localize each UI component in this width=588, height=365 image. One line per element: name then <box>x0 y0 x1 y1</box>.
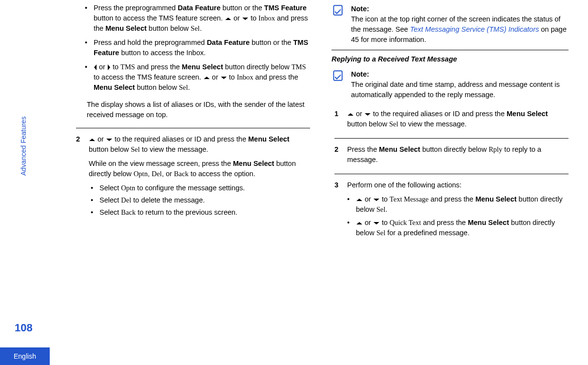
text: . <box>200 24 202 32</box>
divider <box>76 128 310 128</box>
text: Text Message <box>390 195 429 203</box>
paragraph: While on the view message screen, press … <box>89 159 310 179</box>
section-label: Advanced Features <box>19 117 28 176</box>
text: Menu Select <box>248 135 290 143</box>
up-arrow-icon <box>348 113 353 116</box>
text: to access the TMS feature screen. <box>94 73 203 81</box>
text: or <box>363 219 373 226</box>
text: button below <box>89 145 131 153</box>
step-body: Press the Menu Select button directly be… <box>347 144 568 165</box>
step-3: 3 Perform one of the following actions: … <box>332 176 568 246</box>
down-arrow-icon <box>242 18 248 20</box>
action-list: or to Text Message and press the Menu Se… <box>347 194 568 238</box>
up-arrow-icon <box>356 199 362 201</box>
text: Menu Select <box>94 83 135 91</box>
step-number: 2 <box>334 144 341 165</box>
page: Advanced Features 108 English Press the … <box>0 0 588 365</box>
text: . <box>188 83 190 91</box>
up-arrow-icon <box>225 18 231 20</box>
text: button to access the TMS feature screen. <box>94 14 225 22</box>
text: Sel <box>389 120 398 128</box>
divider <box>334 138 568 139</box>
text: to access the option. <box>189 170 255 178</box>
text: and press the <box>429 195 475 203</box>
text: Press and hold the preprogrammed <box>94 39 207 46</box>
list-item: Select Optn to configure the message set… <box>93 183 310 193</box>
step-2: 2 Press the Menu Select button directly … <box>332 141 568 170</box>
text: Back <box>121 208 136 216</box>
step-number: 3 <box>334 180 341 241</box>
text: Sel <box>376 205 386 213</box>
text: Menu Select <box>468 219 509 226</box>
list-item: Select Del to delete the message. <box>93 195 310 205</box>
text: or <box>354 110 364 118</box>
text: Quick Text <box>390 219 421 226</box>
text: Inbox <box>237 73 254 81</box>
note-icon <box>332 69 345 100</box>
cross-reference-link[interactable]: Text Messaging Service (TMS) Indicators <box>410 25 539 33</box>
note-body: Note: The icon at the top right corner o… <box>351 4 568 45</box>
text: to <box>227 73 237 81</box>
note-title: Note: <box>351 4 568 14</box>
text: Select <box>99 184 121 192</box>
text: button directly below <box>223 63 291 71</box>
list-item: or to TMS and press the Menu Select butt… <box>87 62 310 93</box>
right-arrow-icon <box>108 64 110 70</box>
text: or <box>363 195 373 203</box>
list-item: or to Quick Text and press the Menu Sele… <box>347 218 568 238</box>
text: Inbox <box>258 14 275 22</box>
step-body: Perform one of the following actions: or… <box>347 180 568 241</box>
text: Del <box>121 196 131 204</box>
step-number: 2 <box>76 134 83 220</box>
text: Data Feature <box>207 39 250 46</box>
note-block: Note: The original date and time stamp, … <box>332 69 568 100</box>
text: to the required aliases or ID and press … <box>371 110 507 118</box>
divider <box>334 174 568 174</box>
text: Menu Select <box>233 160 274 167</box>
text: to <box>249 14 258 22</box>
text: , <box>148 170 152 178</box>
text: or <box>96 135 106 143</box>
text: to <box>380 195 390 203</box>
text: Press the preprogrammed <box>94 4 177 12</box>
text: to return to the previous screen. <box>136 208 237 216</box>
step-body: or to the required aliases or ID and pre… <box>347 109 568 129</box>
text: Sel <box>376 229 386 237</box>
divider <box>332 50 568 50</box>
text: Sel <box>191 24 200 32</box>
text: Rply <box>489 145 502 153</box>
sidebar: Advanced Features 108 English <box>0 0 73 365</box>
text: and press the <box>421 219 468 226</box>
down-arrow-icon <box>373 222 379 224</box>
list-item: Press and hold the preprogrammed Data Fe… <box>87 38 310 58</box>
text: Optn <box>121 184 135 192</box>
text: Optn <box>134 170 148 178</box>
text: button or the <box>250 39 293 46</box>
text: to <box>380 219 390 226</box>
text: to view the message. <box>398 120 467 128</box>
text: button below <box>347 120 389 128</box>
text: Sel <box>179 83 188 91</box>
text: Select <box>99 208 121 216</box>
option-list: Select Optn to configure the message set… <box>89 183 310 218</box>
section-heading: Replying to a Received Text Message <box>332 54 568 64</box>
text: Del <box>152 170 162 178</box>
list-item: Press the preprogrammed Data Feature but… <box>87 3 310 34</box>
left-arrow-icon <box>94 64 97 70</box>
text: TMS <box>120 63 135 71</box>
step-2: 2 or to the required aliases or ID and p… <box>73 130 310 224</box>
text: Back <box>174 170 189 178</box>
text: Menu Select <box>475 195 517 203</box>
text: or <box>232 14 242 22</box>
result-text: The display shows a list of aliases or I… <box>73 97 310 124</box>
text: for a predefined message. <box>385 229 470 237</box>
text: to delete the message. <box>131 196 205 204</box>
text: or <box>210 73 220 81</box>
text: While on the view message screen, press … <box>89 160 233 167</box>
text: Menu Select <box>182 63 223 71</box>
text: Menu Select <box>105 24 147 32</box>
text: button below <box>147 24 191 32</box>
text: Sel <box>131 145 140 153</box>
down-arrow-icon <box>373 199 379 201</box>
text: to configure the message settings. <box>135 184 245 192</box>
